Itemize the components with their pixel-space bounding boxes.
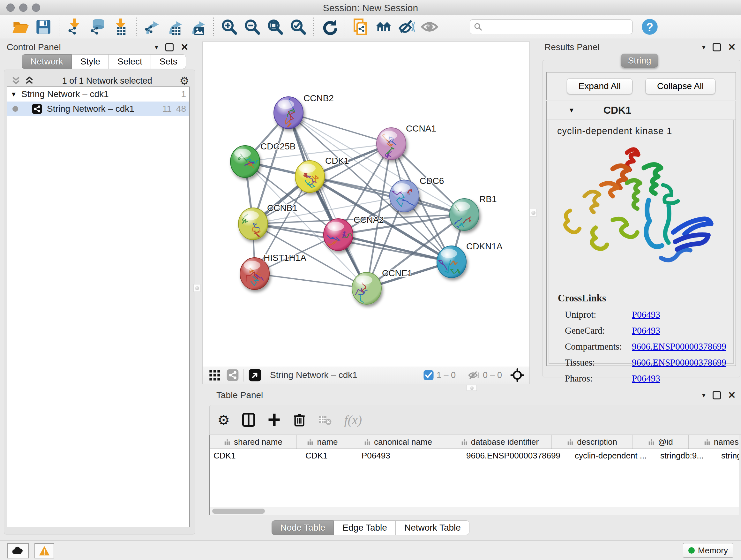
tab-style[interactable]: Style [72,54,109,69]
network-collection-row[interactable]: ▼ String Network – cdk1 1 [7,87,189,102]
selected-checkbox-icon[interactable] [423,370,434,381]
search-icon [473,22,483,32]
share-view-icon[interactable] [226,369,239,381]
hide-selected-button[interactable] [398,18,415,36]
edge-CCNB2-CCNA1[interactable] [288,113,391,144]
table-panel-close-icon[interactable]: ✕ [728,390,736,400]
control-panel-collapse-icon[interactable]: ▾ [155,44,158,51]
table-cell[interactable]: 9606.ENSP00000378699 [462,449,571,462]
export-table-button[interactable] [166,18,184,36]
import-network-button[interactable] [66,18,84,36]
column-header-description[interactable]: description [552,435,632,449]
results-panel-close-icon[interactable]: ✕ [728,43,736,52]
tab-string[interactable]: String [621,54,658,68]
share-document-button[interactable] [352,18,369,36]
crosslink-label: GeneCard: [558,325,632,336]
import-table-button[interactable] [112,18,130,36]
node-CDKN1A[interactable]: CDKN1A [437,241,502,278]
delete-column-trash-icon[interactable] [293,413,306,427]
zoom-in-button[interactable] [220,18,238,36]
zoom-selected-button[interactable] [289,18,307,36]
edge-CCNE1-HIST1H1A[interactable] [255,273,367,288]
refresh-button[interactable] [320,18,338,36]
control-panel-tabs: NetworkStyleSelectSets [22,54,186,69]
crosslink-link[interactable]: 9606.ENSP00000378699 [632,341,726,352]
column-header-name[interactable]: name [297,435,348,449]
search-input[interactable] [483,22,629,32]
crosslink-link[interactable]: P06493 [632,325,660,336]
tab-edge-table[interactable]: Edge Table [334,520,396,535]
save-session-button[interactable] [35,18,52,36]
grid-view-icon[interactable] [208,369,221,381]
tab-sets[interactable]: Sets [151,54,186,69]
table-cell[interactable]: stringdb:9... [657,449,718,462]
control-panel-close-icon[interactable]: ✕ [181,43,189,52]
results-panel-collapse-icon[interactable]: ▾ [702,44,705,51]
hidden-eye-icon[interactable] [468,370,480,381]
collapse-all-icon[interactable] [10,76,21,85]
table-cell[interactable]: P06493 [358,449,462,462]
network-options-gear-icon[interactable]: ⚙ [180,74,189,87]
table-horizontal-scrollbar[interactable] [210,507,739,515]
title-bar: Session: New Session [0,0,741,15]
tab-network[interactable]: Network [22,54,72,69]
crosslink-link[interactable]: 9606.ENSP00000378699 [632,357,726,368]
help-button[interactable]: ? [641,18,659,36]
warning-button[interactable] [35,543,54,558]
open-session-button[interactable] [11,18,29,36]
tab-node-table[interactable]: Node Table [272,520,334,535]
crosslink-link[interactable]: P06493 [632,309,660,320]
collapse-all-button[interactable]: Collapse All [645,78,716,94]
column-header--id[interactable]: @id [632,435,689,449]
tree-expand-icon[interactable]: ▼ [10,91,17,98]
node-HIST1H1A[interactable]: HIST1H1A [240,253,307,290]
crosslink-link[interactable]: P06493 [632,373,660,384]
home-pages-button[interactable] [375,18,393,36]
show-columns-icon[interactable] [242,413,255,427]
zoom-out-button[interactable] [243,18,261,36]
fit-content-crosshair-icon[interactable] [510,368,524,382]
table-cell[interactable]: CDK1 [301,449,358,462]
column-header-canonical-name[interactable]: canonical name [348,435,448,449]
export-image-button[interactable] [189,18,207,36]
node-RB1[interactable]: RB1 [445,194,496,231]
results-panel-float-icon[interactable] [713,43,721,51]
show-eye-button[interactable] [421,18,439,36]
table-cell[interactable]: cyclin-dependent ... [571,449,657,462]
gene-name: CDK1 [603,105,631,116]
scrollbar-thumb[interactable] [212,509,265,514]
node-CDK1[interactable]: CDK1 [295,156,349,192]
control-panel-float-icon[interactable] [165,43,174,51]
table-panel-collapse-icon[interactable]: ▾ [702,392,705,399]
network-row[interactable]: String Network – cdk1 11 48 [7,102,189,116]
zoom-fit-icon [267,18,283,35]
node-CCNA1[interactable]: CCNA1 [377,124,436,160]
table-settings-gear-icon[interactable]: ⚙ [217,412,230,428]
node-CCNE1[interactable]: CCNE1 [352,268,412,312]
expand-all-icon[interactable] [24,76,35,85]
gene-header-row[interactable]: ▼ CDK1 [547,101,736,119]
right-splitter-handle[interactable] [530,209,537,216]
left-splitter-handle[interactable] [193,284,200,292]
column-header-shared-name[interactable]: shared name [210,435,297,449]
table-row[interactable]: CDK1CDK1P064939606.ENSP00000378699cyclin… [210,449,739,462]
table-cell[interactable]: CDK1 [210,449,301,462]
export-network-button[interactable] [143,18,161,36]
tab-network-table[interactable]: Network Table [396,520,469,535]
tab-select[interactable]: Select [109,54,151,69]
table-panel-float-icon[interactable] [713,391,721,399]
memory-button[interactable]: Memory [683,543,733,558]
import-network-icon [66,18,83,35]
network-view-canvas[interactable]: CCNB2CCNA1CDC25BCDK1CDC6RB1CCNB1CCNA2CDK… [202,42,530,367]
gene-collapse-icon[interactable]: ▼ [568,107,575,114]
zoom-fit-button[interactable] [266,18,284,36]
expand-all-button[interactable]: Expand All [567,78,632,94]
column-header-namespace[interactable]: namespace [689,435,739,449]
table-cell[interactable]: stringdb [718,449,739,462]
add-column-icon[interactable] [267,413,281,427]
cloud-button[interactable] [7,543,29,558]
column-header-database-identifier[interactable]: database identifier [448,435,552,449]
memory-status-dot [688,547,695,554]
birds-eye-view-icon[interactable] [248,368,262,382]
import-database-button[interactable] [89,18,107,36]
